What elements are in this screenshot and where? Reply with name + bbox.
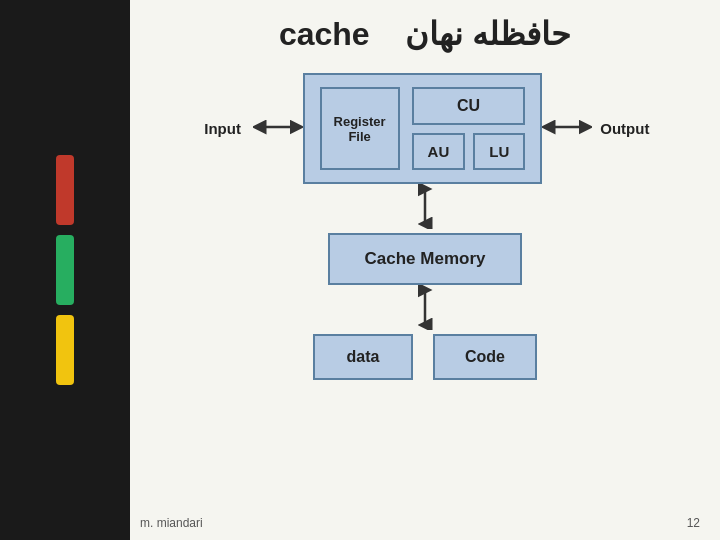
chalk-yellow [56, 315, 74, 385]
page-number: 12 [687, 516, 700, 530]
page-title: cache حافظله نهان [160, 15, 690, 53]
title-latin: cache [279, 16, 370, 52]
input-label: Input [193, 120, 253, 137]
cpu-right: CU AU LU [412, 87, 526, 170]
data-box: data [313, 334, 413, 380]
output-arrow [542, 115, 592, 143]
code-box: Code [433, 334, 537, 380]
left-panel [0, 0, 130, 540]
bottom-row: data Code [313, 334, 537, 380]
chalk-red [56, 155, 74, 225]
v-connector-2 [413, 285, 437, 334]
cache-memory-box: Cache Memory [328, 233, 523, 285]
footer: m. miandari 12 [140, 516, 700, 530]
alu-row: AU LU [412, 133, 526, 170]
chalk-green [56, 235, 74, 305]
cpu-row: Input [193, 73, 658, 184]
au-box: AU [412, 133, 466, 170]
author-label: m. miandari [140, 516, 203, 530]
diagram: Input [160, 73, 690, 380]
main-content: cache حافظله نهان Input [130, 0, 720, 540]
cu-box: CU [412, 87, 526, 125]
register-file-label: Register [334, 114, 386, 129]
register-file-label2: File [348, 129, 370, 144]
output-label: Output [592, 120, 657, 137]
cpu-box: Register File CU AU LU [303, 73, 543, 184]
input-arrow [253, 115, 303, 143]
title-arabic: حافظله نهان [405, 16, 571, 52]
lu-box: LU [473, 133, 525, 170]
register-file-box: Register File [320, 87, 400, 170]
v-connector-1 [413, 184, 437, 233]
